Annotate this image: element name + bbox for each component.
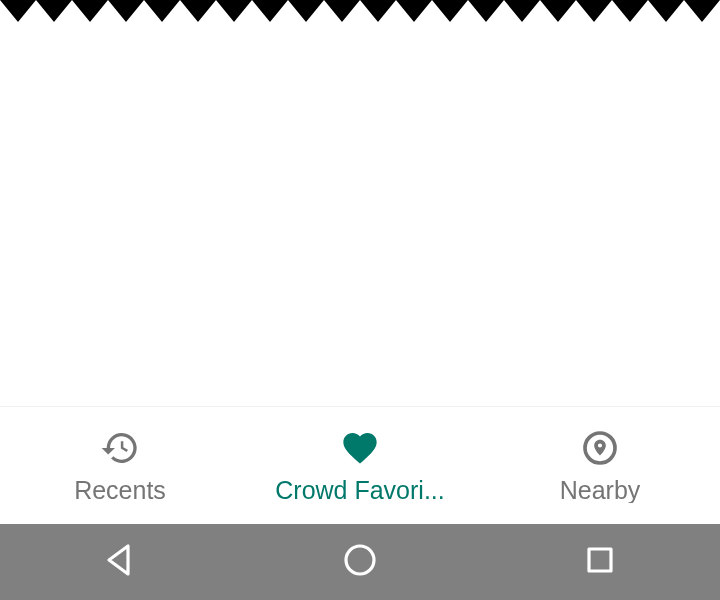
svg-rect-3 [589,549,611,571]
overview-square-icon [580,540,620,584]
svg-marker-1 [109,546,128,574]
nav-crowd-favorites-label: Crowd Favori... [275,478,444,503]
top-decoration [0,0,720,22]
svg-point-2 [346,546,374,574]
home-circle-icon [340,540,380,584]
sys-home-button[interactable] [338,540,382,584]
nav-nearby-label: Nearby [560,478,641,503]
system-nav-bar [0,524,720,600]
nav-nearby[interactable]: Nearby [480,407,720,524]
main-content [0,0,720,406]
sys-back-button[interactable] [98,540,142,584]
history-icon [100,428,140,472]
nav-recents-label: Recents [74,478,166,503]
place-icon [580,428,620,472]
nav-recents[interactable]: Recents [0,407,240,524]
heart-icon [340,428,380,472]
back-triangle-icon [100,540,140,584]
nav-crowd-favorites[interactable]: Crowd Favori... [240,407,480,524]
sys-overview-button[interactable] [578,540,622,584]
app-screen: Recents Crowd Favori... Nearby [0,0,720,600]
bottom-nav: Recents Crowd Favori... Nearby [0,406,720,524]
